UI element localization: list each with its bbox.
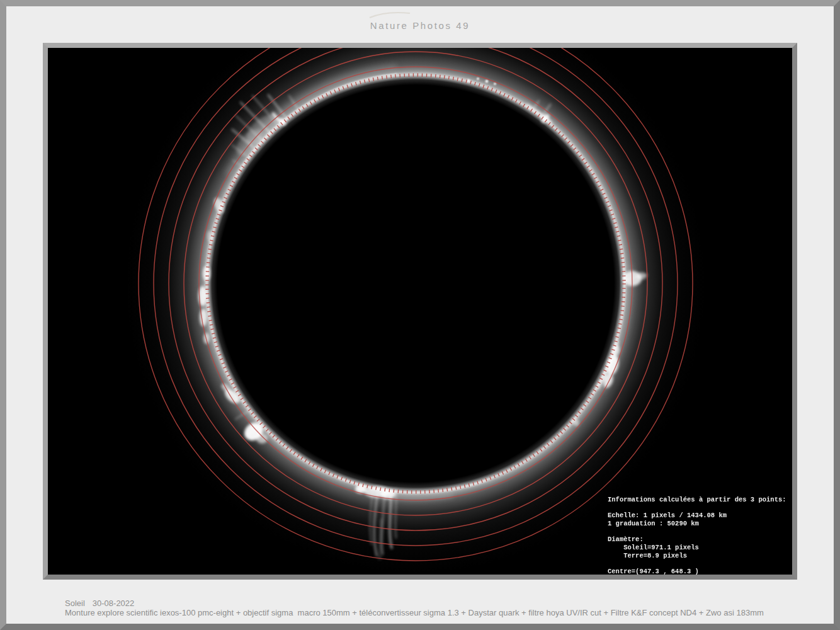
- info-line: Terre=8.9 pixels: [608, 552, 786, 560]
- info-line: 1 graduation : 50290 km: [608, 520, 786, 528]
- solar-photo: Informations calculées à partir des 3 po…: [48, 48, 792, 575]
- measurement-overlay: Informations calculées à partir des 3 po…: [608, 496, 786, 575]
- info-line: Informations calculées à partir des 3 po…: [608, 496, 786, 504]
- framed-print: Nature Photos 49: [0, 0, 840, 630]
- info-line: [608, 560, 786, 568]
- photo-caption: Soleil30-08-2022Monture explore scientif…: [65, 598, 834, 617]
- swoosh-stroke: [370, 13, 410, 18]
- photo-frame: Informations calculées à partir des 3 po…: [43, 43, 797, 580]
- caption-date: 30-08-2022: [93, 598, 135, 608]
- info-line: Diamètre:: [608, 536, 786, 544]
- decorative-swoosh: [368, 9, 412, 20]
- gallery-title: Nature Photos 49: [6, 20, 834, 31]
- info-line: [608, 528, 786, 536]
- caption-subject: Soleil: [65, 598, 85, 608]
- info-line: [608, 504, 786, 512]
- info-line: Soleil=971.1 pixels: [608, 544, 786, 552]
- info-line: Echelle: 1 pixels / 1434.08 km: [608, 512, 786, 520]
- caption-equipment: Monture explore scientific iexos-100 pmc…: [65, 608, 764, 617]
- info-line: Centre=(947.3 , 648.3 ): [608, 568, 786, 575]
